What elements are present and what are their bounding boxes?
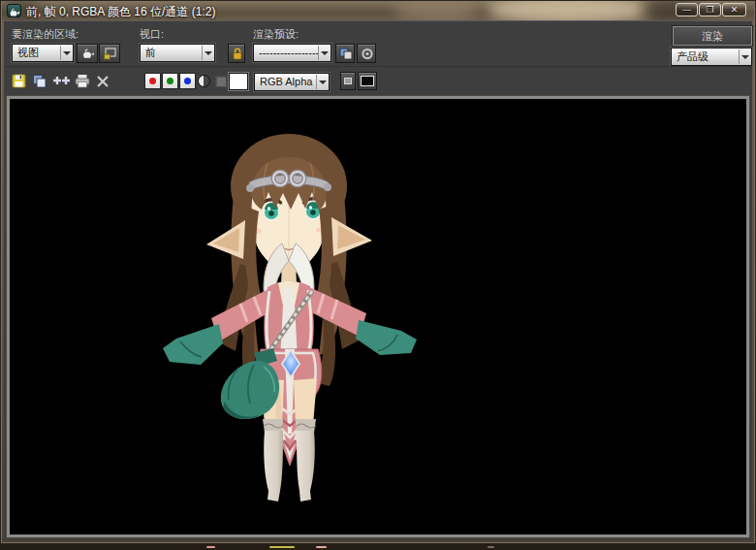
clear-icon[interactable] — [95, 73, 112, 90]
render-mode-value: 产品级 — [677, 50, 709, 62]
render-preset-label: 渲染预设: — [253, 27, 299, 42]
client-area: 要渲染的区域: 视口: 渲染预设: 视图 前 — [4, 20, 752, 540]
area-to-render-value: 视图 — [17, 47, 39, 58]
desktop-sliver — [0, 544, 756, 550]
close-button[interactable]: ✕ — [722, 3, 746, 16]
render-button[interactable]: 渲染 — [673, 26, 752, 46]
chevron-down-icon — [316, 75, 328, 89]
window-title: 前, 帧 0, RGBA 颜色 16 位/通道 (1:2) — [26, 4, 215, 20]
aero-blur-highlight — [394, 1, 481, 20]
print-image-icon[interactable] — [74, 73, 91, 90]
clone-rendered-frame-icon[interactable] — [31, 73, 48, 90]
toggle-ui-overlays-button[interactable] — [358, 72, 377, 90]
render-toolbar: 要渲染的区域: 视口: 渲染预设: 视图 前 — [4, 20, 752, 66]
render-canvas[interactable] — [7, 96, 749, 537]
minimize-button[interactable]: — — [676, 3, 698, 16]
area-to-render-dropdown[interactable]: 视图 — [12, 44, 74, 62]
large-window-icon — [361, 76, 374, 86]
green-dot-icon — [167, 78, 173, 84]
channel-display-value: RGB Alpha — [260, 76, 312, 87]
display-toolbar: RGB Alpha — [4, 66, 752, 96]
copy-image-icon[interactable] — [52, 73, 70, 90]
blue-dot-icon — [184, 78, 191, 84]
viewport-dropdown[interactable]: 前 — [140, 44, 215, 62]
blue-channel-button[interactable] — [179, 73, 196, 89]
chevron-down-icon — [60, 46, 72, 60]
toggle-ui-button[interactable] — [340, 72, 356, 90]
character-render — [10, 99, 746, 534]
elf-girl-character — [163, 134, 417, 501]
chevron-down-icon — [318, 46, 330, 60]
load-preset-button[interactable] — [335, 44, 355, 63]
edit-region-button[interactable] — [77, 44, 98, 63]
screenshot-root: 前, 帧 0, RGBA 颜色 16 位/通道 (1:2) — ❐ ✕ 要渲染的… — [0, 0, 756, 550]
rendered-frame-window: 前, 帧 0, RGBA 颜色 16 位/通道 (1:2) — ❐ ✕ 要渲染的… — [0, 0, 756, 544]
background-color-swatch[interactable] — [229, 73, 248, 90]
alpha-channel-button[interactable] — [215, 76, 227, 87]
desktop-glint — [206, 546, 215, 548]
viewport-label: 视口: — [140, 27, 164, 42]
area-to-render-label: 要渲染的区域: — [12, 27, 79, 42]
green-channel-button[interactable] — [162, 73, 178, 89]
render-mode-dropdown[interactable]: 产品级 — [671, 48, 752, 66]
render-teapot-icon[interactable] — [7, 4, 21, 17]
viewport-value: 前 — [145, 47, 156, 58]
save-bitmap-icon[interactable] — [11, 73, 28, 90]
desktop-glint — [488, 546, 494, 548]
auto-region-selected-button[interactable] — [99, 44, 120, 63]
titlebar[interactable]: 前, 帧 0, RGBA 颜色 16 位/通道 (1:2) — ❐ ✕ — [2, 1, 754, 20]
channel-display-dropdown[interactable]: RGB Alpha — [254, 73, 330, 91]
chevron-down-icon — [739, 49, 750, 64]
red-channel-button[interactable] — [144, 73, 161, 89]
chevron-down-icon — [202, 46, 213, 60]
small-window-icon — [344, 78, 352, 84]
render-preset-dropdown[interactable]: -------------------- — [253, 44, 331, 62]
render-setup-button[interactable] — [357, 44, 376, 63]
desktop-glint — [269, 546, 295, 548]
desktop-glint — [316, 546, 327, 548]
aero-blur-highlight — [487, 1, 651, 20]
monochrome-button[interactable] — [198, 75, 210, 87]
lock-viewport-button[interactable] — [228, 44, 245, 63]
maximize-button[interactable]: ❐ — [699, 3, 721, 16]
red-dot-icon — [149, 78, 156, 84]
